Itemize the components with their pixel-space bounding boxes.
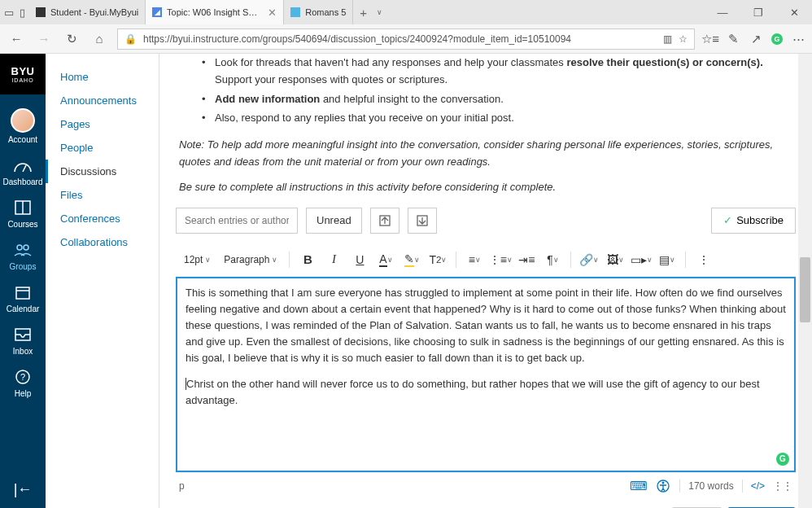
tab-label: Student - Byui.MyByui [50,7,138,17]
editor-footer: p ⌨ 170 words </> ⋮⋮ [176,472,796,499]
favorites-hub-icon[interactable]: ☆≡ [703,32,718,46]
forward-button[interactable]: → [34,29,54,49]
bullet-text: Look for threads that haven't had any re… [215,56,566,68]
favicon-scripture [290,7,300,17]
coursenav-conferences[interactable]: Conferences [46,207,159,230]
favicon-byui [36,7,46,17]
help-icon: ? [13,367,33,387]
tab-label: Romans 5 [305,7,346,17]
address-bar: ← → ↻ ⌂ 🔒 https://byui.instructure.com/g… [0,24,812,54]
resize-handle-icon[interactable]: ⋮⋮ [773,480,792,492]
brand-line2: IDAHO [11,77,33,83]
close-window-button[interactable]: ✕ [776,0,812,24]
minimize-button[interactable]: — [705,0,740,24]
svg-text:?: ? [20,372,25,382]
italic-button[interactable]: I [322,248,345,271]
coursenav-home[interactable]: Home [46,65,159,89]
bold-button[interactable]: B [296,248,319,271]
accessibility-icon[interactable] [655,478,671,494]
text-color-button[interactable]: A ∨ [374,248,397,271]
scrollbar-thumb[interactable] [800,257,810,322]
bullet-post: and helpful insight to the conversation. [320,93,503,105]
favorite-icon[interactable]: ☆ [679,33,688,45]
coursenav-people[interactable]: People [46,136,159,160]
close-tab-icon[interactable]: ✕ [268,7,277,19]
align-button[interactable]: ≡ ∨ [463,248,486,271]
image-button[interactable]: 🖼 ∨ [604,248,626,271]
bullet-list-button[interactable]: ⋮≡ ∨ [489,248,512,271]
window-titlebar: ▭ ▯ Student - Byui.MyByui ◢ Topic: W06 I… [0,0,812,24]
lock-icon: 🔒 [124,33,137,45]
svg-rect-5 [16,287,29,299]
home-button[interactable]: ⌂ [89,29,109,49]
browser-tab-romans[interactable]: Romans 5 [284,0,353,24]
more-icon[interactable]: ⋯ [791,32,805,46]
grammarly-ext-icon[interactable]: G [771,33,783,45]
avatar [11,108,35,133]
link-button[interactable]: 🔗 ∨ [578,248,600,271]
superscript-button[interactable]: T2 ∨ [426,248,449,271]
nav-account[interactable]: Account [0,94,46,149]
browser-tab-byui[interactable]: Student - Byui.MyByui [29,0,146,24]
bullet-post: Support your responses with quotes or sc… [215,73,447,85]
nav-courses[interactable]: Courses [0,191,46,234]
back-button[interactable]: ← [7,29,26,49]
main-scrollbar[interactable] [798,54,812,508]
nav-dashboard[interactable]: Dashboard [0,149,46,191]
coursenav-discussions[interactable]: Discussions [46,160,159,183]
chevron-down-icon[interactable]: ∨ [377,8,382,16]
url-input[interactable]: 🔒 https://byui.instructure.com/groups/54… [117,28,695,50]
expand-replies-button[interactable] [408,208,437,234]
svg-point-3 [17,245,22,250]
search-input[interactable] [176,208,298,234]
nav-calendar[interactable]: Calendar [0,276,46,318]
keyboard-icon[interactable]: ⌨ [631,478,647,494]
grammarly-badge[interactable]: G [776,453,789,466]
word-count: 170 words [688,480,733,492]
coursenav-files[interactable]: Files [46,183,159,207]
coursenav-pages[interactable]: Pages [46,112,159,136]
coursenav-announcements[interactable]: Announcements [46,89,159,112]
maximize-button[interactable]: ❐ [740,0,776,24]
browser-tab-canvas[interactable]: ◢ Topic: W06 Insight Shar ✕ [146,0,284,24]
direction-button[interactable]: ¶ ∨ [541,248,564,271]
nav-label: Help [15,389,32,398]
highlight-button[interactable]: ✎ ∨ [400,248,423,271]
collapse-nav-button[interactable]: |← [14,471,33,508]
indent-button[interactable]: ⇥≡ [515,248,538,271]
more-tools-button[interactable]: ⋮ [692,248,715,271]
dashboard-icon [13,155,33,175]
media-button[interactable]: ▭▸ ∨ [630,248,653,271]
collapse-replies-button[interactable] [370,208,399,234]
html-view-button[interactable]: </> [751,480,765,492]
nav-label: Dashboard [3,177,43,186]
nav-label: Courses [7,220,37,229]
block-type-select[interactable]: Paragraph ∨ [219,251,282,269]
unread-button[interactable]: Unread [306,208,362,234]
refresh-button[interactable]: ↻ [62,29,81,49]
plus-icon: + [360,6,367,20]
underline-button[interactable]: U [348,248,371,271]
svg-line-0 [23,165,26,172]
reading-view-icon[interactable]: ▥ [663,33,672,45]
nav-label: Inbox [13,347,33,356]
nav-groups[interactable]: Groups [0,234,46,276]
new-tab-button[interactable]: + ∨ [353,0,389,24]
nav-label: Calendar [7,304,40,313]
nav-help[interactable]: ? Help [0,361,46,403]
document-button[interactable]: ▤ ∨ [656,248,679,271]
app-icon: ▭ [4,7,14,19]
inbox-icon [13,325,33,344]
discussion-instructions: Look for threads that haven't had any re… [176,54,796,196]
element-path[interactable]: p [179,480,185,492]
subscribe-button[interactable]: ✓ Subscribe [711,208,796,234]
coursenav-collaborations[interactable]: Collaborations [46,230,159,254]
editor-textarea[interactable]: This is something that I am sure everyon… [176,277,796,472]
share-icon[interactable]: ↗ [749,32,763,46]
brand-logo[interactable]: BYU IDAHO [0,54,46,94]
notes-icon[interactable]: ✎ [726,32,740,46]
nav-inbox[interactable]: Inbox [0,318,46,361]
editor-paragraph: This is something that I am sure everyon… [186,285,786,367]
back-history-icon[interactable]: ▯ [20,7,25,19]
font-size-select[interactable]: 12pt ∨ [179,251,216,269]
